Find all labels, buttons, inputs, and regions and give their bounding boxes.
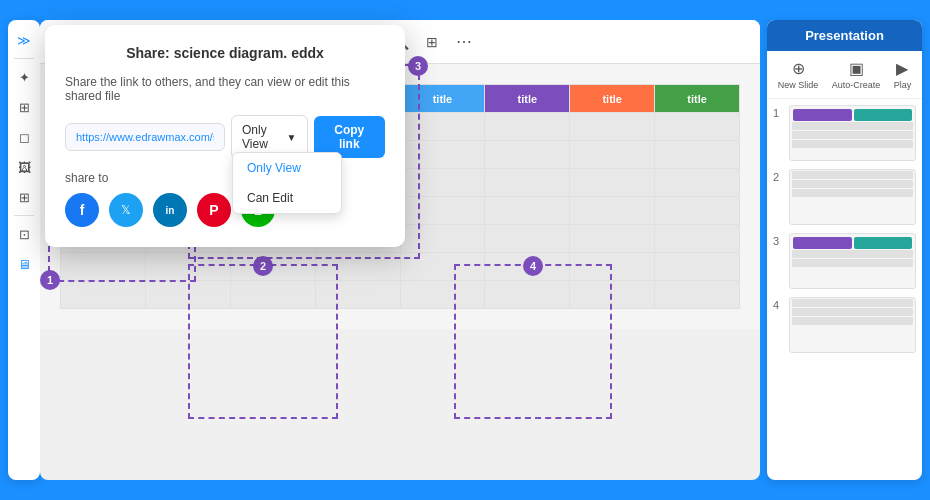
new-slide-button[interactable]: ⊕ New Slide: [778, 59, 819, 90]
new-slide-icon: ⊕: [792, 59, 805, 78]
slide-item-2[interactable]: 2: [773, 169, 916, 225]
slide-item-4[interactable]: 4: [773, 297, 916, 353]
modal-title: Share: science diagram. eddx: [65, 45, 385, 61]
slide-number-4: 4: [773, 297, 785, 311]
pinterest-icon: P: [209, 202, 218, 218]
toolbar-extra[interactable]: ⋯: [450, 28, 478, 56]
left-tool-table[interactable]: ⊞: [12, 185, 36, 209]
slide-thumb-1: [789, 105, 916, 161]
slide-number-1: 1: [773, 105, 785, 119]
modal-description: Share the link to others, and they can v…: [65, 75, 385, 103]
toolbar-layout[interactable]: ⊞: [418, 28, 446, 56]
presentation-panel: Presentation ⊕ New Slide ▣ Auto-Create ▶…: [767, 20, 922, 480]
left-tool-select[interactable]: ✦: [12, 65, 36, 89]
linkedin-share-button[interactable]: in: [153, 193, 187, 227]
title-cell-6: title: [485, 85, 570, 113]
twitter-share-button[interactable]: 𝕏: [109, 193, 143, 227]
auto-create-icon: ▣: [849, 59, 864, 78]
play-button[interactable]: ▶ Play: [894, 59, 912, 90]
view-dropdown[interactable]: Only View ▼ Only View Can Edit: [231, 115, 308, 159]
slide-number-2: 2: [773, 169, 785, 183]
dropdown-only-view[interactable]: Only View: [233, 153, 341, 183]
linkedin-icon: in: [166, 205, 175, 216]
link-row: Only View ▼ Only View Can Edit Copy link: [65, 115, 385, 159]
left-tool-image[interactable]: 🖼: [12, 155, 36, 179]
facebook-icon: f: [80, 202, 85, 218]
play-icon: ▶: [896, 59, 908, 78]
table-row: [61, 253, 740, 281]
divider2: [14, 215, 34, 216]
twitter-icon: 𝕏: [121, 203, 131, 217]
title-cell-8: title: [655, 85, 740, 113]
left-tool-expand[interactable]: ≫: [12, 28, 36, 52]
panel-title: Presentation: [767, 20, 922, 51]
left-toolbar: ≫ ✦ ⊞ ◻ 🖼 ⊞ ⊡ 🖥: [8, 20, 40, 480]
slide-item-3[interactable]: 3: [773, 233, 916, 289]
slide-list: 1 2 3: [767, 99, 922, 469]
facebook-share-button[interactable]: f: [65, 193, 99, 227]
table-row: [61, 281, 740, 309]
link-input[interactable]: [65, 123, 225, 151]
left-tool-present[interactable]: 🖥: [12, 252, 36, 276]
share-modal: Share: science diagram. eddx Share the l…: [45, 25, 405, 247]
slide-thumb-3: [789, 233, 916, 289]
title-cell-5: title: [400, 85, 485, 113]
chevron-down-icon: ▼: [287, 132, 297, 143]
slide-number-3: 3: [773, 233, 785, 247]
selection-label-1: 1: [40, 270, 60, 290]
title-cell-7: title: [570, 85, 655, 113]
left-tool-shapes[interactable]: ◻: [12, 125, 36, 149]
view-dropdown-menu: Only View Can Edit: [232, 152, 342, 214]
slide-thumb-4: [789, 297, 916, 353]
slide-thumb-2: [789, 169, 916, 225]
left-tool-grid[interactable]: ⊞: [12, 95, 36, 119]
slide-item-1[interactable]: 1: [773, 105, 916, 161]
dropdown-can-edit[interactable]: Can Edit: [233, 183, 341, 213]
pinterest-share-button[interactable]: P: [197, 193, 231, 227]
panel-actions: ⊕ New Slide ▣ Auto-Create ▶ Play: [767, 51, 922, 99]
left-tool-fullscreen[interactable]: ⊡: [12, 222, 36, 246]
auto-create-button[interactable]: ▣ Auto-Create: [832, 59, 881, 90]
divider: [14, 58, 34, 59]
